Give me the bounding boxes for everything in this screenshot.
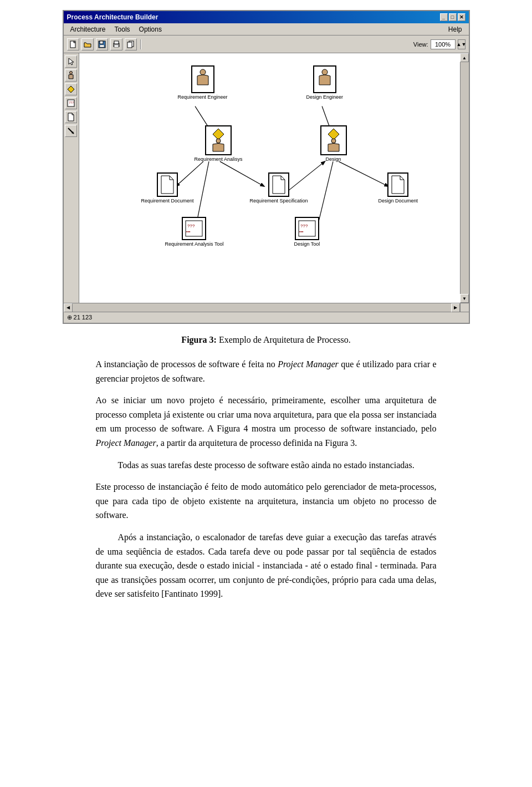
svg-rect-5	[100, 45, 104, 47]
copy-button[interactable]	[125, 38, 137, 50]
svg-text:▪▪▪: ▪▪▪	[186, 230, 191, 233]
scroll-left-button[interactable]: ◀	[64, 303, 73, 312]
document-body: Figura 3: Exemplo de Arquitetura de Proc…	[63, 324, 470, 620]
scroll-track-h[interactable]	[73, 303, 451, 312]
tool-node[interactable]: ???	[65, 97, 77, 109]
save-button[interactable]	[96, 38, 108, 50]
req-doc-label: Requirement Document	[141, 198, 194, 204]
paragraph-3: Todas as suas tarefas deste processo de …	[96, 458, 437, 473]
left-toolbar: ???	[64, 53, 79, 303]
scroll-corner	[460, 303, 469, 312]
status-bar: ⊕ 21 123	[64, 312, 469, 323]
canvas-area[interactable]: Requirement Engineer Design Engineer	[79, 53, 460, 303]
bottom-bar: ◀ ▶	[64, 303, 469, 312]
minimize-button[interactable]: _	[440, 13, 448, 21]
vertical-scrollbar: ▲ ▼	[460, 53, 469, 303]
toolbar-separator	[140, 39, 141, 49]
p1-italic: Project Manager	[278, 359, 339, 369]
new-button[interactable]	[67, 38, 79, 50]
svg-text:???: ???	[69, 100, 74, 105]
p2-italic: Project Manager	[96, 438, 156, 448]
scroll-down-button[interactable]: ▼	[460, 294, 469, 303]
des-tool-node[interactable]: ??? ▪▪▪ Design Tool	[294, 217, 320, 247]
svg-point-28	[200, 69, 206, 75]
req-engineer-label: Requirement Engineer	[178, 94, 228, 100]
maximize-button[interactable]: □	[449, 13, 457, 21]
view-label: View:	[413, 41, 428, 48]
menu-bar: Architecture Tools Options Help	[64, 23, 469, 35]
svg-rect-8	[114, 45, 119, 47]
req-doc-node[interactable]: Requirement Document	[141, 172, 194, 204]
main-area: ???	[64, 53, 469, 303]
title-bar-buttons: _ □ ✕	[440, 13, 466, 21]
menu-tools[interactable]: Tools	[110, 24, 135, 34]
svg-text:▪▪▪: ▪▪▪	[299, 230, 304, 233]
design-node[interactable]: Design	[320, 125, 347, 162]
open-button[interactable]	[81, 38, 94, 50]
svg-point-33	[331, 139, 336, 143]
req-spec-node[interactable]: Requirement Specification	[250, 172, 308, 204]
svg-marker-13	[68, 86, 74, 93]
req-engineer-node[interactable]: Requirement Engineer	[178, 65, 228, 100]
figure-caption-label: Figura 3:	[181, 335, 217, 344]
select-tool[interactable]	[65, 55, 77, 68]
paragraph-5: Após a instanciação, o escalonador de ta…	[96, 530, 437, 601]
title-bar: Process Architecture Builder _ □ ✕	[64, 11, 469, 23]
figure-caption: Figura 3: Exemplo de Arquitetura de Proc…	[96, 335, 437, 345]
p4-text: Este processo de instanciação é feito de…	[96, 482, 437, 520]
svg-text:???: ???	[300, 224, 308, 229]
des-doc-label: Design Document	[378, 198, 418, 204]
req-tool-label: Requirement Analysis Tool	[165, 241, 224, 247]
menu-architecture[interactable]: Architecture	[66, 24, 110, 34]
doc-tool[interactable]	[65, 111, 77, 123]
diamond-tool[interactable]	[65, 83, 77, 95]
req-analisys-node[interactable]: Requirement Analisys	[195, 125, 243, 162]
print-button[interactable]	[110, 38, 122, 50]
design-label: Design	[325, 156, 341, 162]
scroll-up-button[interactable]: ▲	[460, 53, 469, 62]
req-tool-node[interactable]: ??? ▪▪▪ Requirement Analysis Tool	[165, 217, 224, 247]
svg-marker-11	[69, 58, 74, 65]
p5-text: Após a instanciação, o escalonador de ta…	[96, 532, 437, 598]
horizontal-scrollbar: ◀ ▶	[64, 303, 460, 312]
view-spin-button[interactable]: ▲▼	[458, 39, 466, 49]
paragraph-4: Este processo de instanciação é feito de…	[96, 480, 437, 522]
paragraph-1: A instanciação de processos de software …	[96, 357, 437, 385]
scroll-track-v[interactable]	[461, 62, 469, 294]
app-window: Process Architecture Builder _ □ ✕ Archi…	[63, 10, 470, 324]
p2-text2: , a partir da arquitetura de processo de…	[156, 438, 357, 448]
toolbar: View: ▲▼	[64, 35, 469, 53]
p1-text1: A instanciação de processos de software …	[96, 359, 278, 369]
arrow-tool[interactable]	[65, 125, 77, 137]
svg-text:???: ???	[187, 224, 195, 229]
window-title: Process Architecture Builder	[67, 13, 158, 21]
menu-help[interactable]: Help	[444, 24, 467, 34]
p3-text: Todas as suas tarefas deste processo de …	[118, 460, 415, 470]
figure-caption-text: Exemplo de Arquitetura de Processo.	[219, 335, 351, 344]
svg-point-29	[322, 69, 328, 75]
menu-options[interactable]: Options	[135, 24, 166, 34]
svg-rect-10	[127, 42, 132, 48]
scroll-right-button[interactable]: ▶	[451, 303, 460, 312]
des-engineer-label: Design Engineer	[306, 94, 344, 100]
des-tool-label: Design Tool	[294, 241, 320, 247]
view-input[interactable]	[431, 39, 456, 49]
close-button[interactable]: ✕	[458, 13, 466, 21]
req-analisys-label: Requirement Analisys	[195, 156, 243, 162]
paragraph-2: Ao se iniciar um novo projeto é necessár…	[96, 393, 437, 450]
svg-rect-7	[114, 41, 119, 44]
des-engineer-node[interactable]: Design Engineer	[306, 65, 344, 100]
req-spec-label: Requirement Specification	[250, 198, 308, 204]
svg-rect-4	[100, 41, 103, 44]
svg-point-31	[216, 139, 221, 143]
status-text: ⊕ 21 123	[67, 314, 93, 321]
role-tool[interactable]	[65, 69, 77, 82]
des-doc-node[interactable]: Design Document	[378, 172, 418, 204]
p2-text1: Ao se iniciar um novo projeto é necessár…	[96, 395, 437, 433]
svg-point-12	[70, 72, 73, 74]
